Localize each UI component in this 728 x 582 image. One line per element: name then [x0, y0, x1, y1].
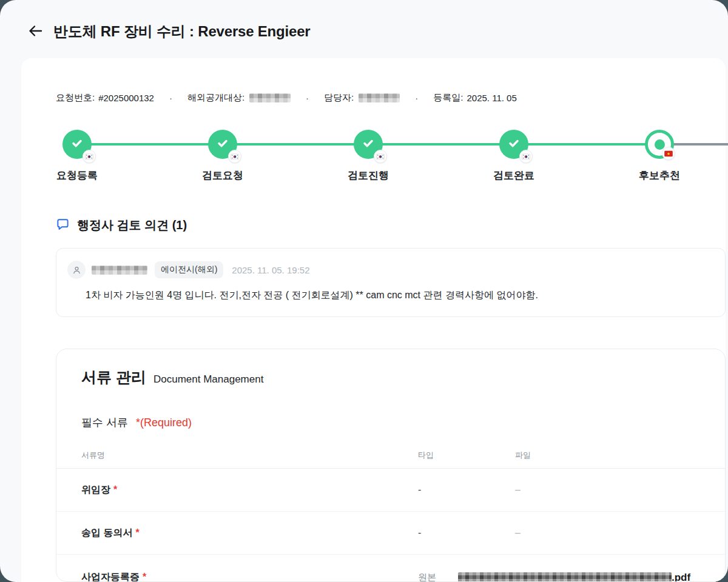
check-icon [215, 136, 230, 153]
document-card-title: 서류 관리 Document Management [56, 349, 725, 387]
doc-type: - [418, 484, 515, 495]
meta-separator: · [415, 93, 418, 103]
comments-section-header: 행정사 검토 의견 (1) [56, 217, 726, 233]
overseas-label: 해외공개대상: [187, 92, 244, 104]
table-header-row: 서류명 타입 파일 [56, 430, 725, 469]
required-label: 필수 서류 [81, 416, 128, 429]
app-screen: 반도체 RF 장비 수리 : Reverse Engieer 요청번호: #20… [0, 0, 728, 582]
doc-name: 사업자등록증 [81, 572, 140, 582]
step-review-requested: 검토요청 [180, 130, 265, 182]
manager-label: 담당자: [324, 92, 354, 104]
step-label: 후보추천 [617, 169, 702, 182]
file-name-masked [458, 572, 672, 582]
progress-stepper: 요청등록 검토요청 [21, 130, 726, 209]
step-review-in-progress: 검토진행 [326, 130, 411, 182]
file-extension: .pdf [672, 572, 690, 582]
comment-author-masked [92, 266, 147, 275]
manager-value-masked [359, 93, 400, 102]
step-circle-done [499, 130, 528, 159]
pdf-file-link[interactable]: .pdf [458, 572, 725, 582]
step-candidate-recommendation: 후보추천 [617, 130, 702, 182]
check-icon [361, 136, 376, 153]
request-meta-row: 요청번호: #2025000132 · 해외공개대상: · 담당자: · 등록일… [21, 58, 726, 104]
comment-timestamp: 2025. 11. 05. 19:52 [232, 265, 309, 275]
main-card: 요청번호: #2025000132 · 해외공개대상: · 담당자: · 등록일… [21, 58, 726, 582]
check-icon [507, 136, 521, 153]
doc-file: – [515, 484, 725, 495]
table-row: 위임장* - – [56, 469, 725, 512]
document-management-card: 서류 관리 Document Management 필수 서류 *(Requir… [56, 349, 726, 582]
comments-section-title: 행정사 검토 의견 (1) [77, 217, 187, 233]
document-title-en: Document Management [153, 373, 263, 386]
korea-flag-icon [83, 150, 96, 163]
step-review-complete: 검토완료 [471, 130, 556, 182]
comment-bubble-icon [56, 217, 70, 233]
reg-date-label: 등록일: [433, 92, 463, 104]
doc-name: 위임장 [81, 484, 110, 495]
step-label: 검토완료 [471, 169, 556, 182]
doc-file: – [515, 527, 725, 538]
step-label: 요청등록 [35, 169, 120, 182]
comment-header: 에이전시(해외) 2025. 11. 05. 19:52 [67, 261, 725, 279]
meta-separator: · [306, 93, 309, 103]
comment-card: 에이전시(해외) 2025. 11. 05. 19:52 1차 비자 가능인원 … [56, 248, 726, 317]
column-header-type: 타입 [418, 450, 515, 461]
step-circle-done [208, 130, 237, 159]
step-label: 검토진행 [326, 169, 411, 182]
doc-type: - [418, 527, 515, 538]
back-button[interactable] [27, 23, 44, 40]
comment-text: 1차 비자 가능인원 4명 입니다. 전기,전자 전공 ( 전기회로설계) **… [86, 289, 713, 302]
required-documents-heading: 필수 서류 *(Required) [56, 387, 725, 430]
required-star: * [135, 527, 139, 538]
step-request-registered: 요청등록 [35, 130, 120, 182]
document-title-ko: 서류 관리 [81, 367, 146, 387]
required-mark: *(Required) [136, 416, 192, 429]
request-no-value: #2025000132 [98, 93, 154, 103]
page-title: 반도체 RF 장비 수리 : Reverse Engieer [53, 22, 310, 41]
required-star: * [113, 484, 117, 495]
korea-flag-icon [374, 150, 387, 163]
step-circle-done [62, 130, 92, 159]
reg-date-value: 2025. 11. 05 [467, 93, 516, 103]
korea-flag-icon [228, 150, 241, 163]
red-flag-icon [662, 147, 675, 160]
column-header-doc-name: 서류명 [81, 450, 418, 461]
doc-name: 송입 동의서 [81, 527, 132, 538]
comment-role-badge: 에이전시(해외) [155, 261, 223, 278]
table-row: 사업자등록증* 원본 .pdf [56, 555, 725, 582]
arrow-left-icon [27, 23, 43, 41]
current-step-dot [655, 139, 665, 150]
korea-flag-icon [519, 150, 533, 163]
overseas-value-masked [249, 93, 291, 102]
step-circle-current [645, 130, 674, 159]
column-header-file: 파일 [515, 450, 725, 461]
meta-separator: · [169, 93, 172, 103]
required-star: * [143, 572, 146, 582]
page-header: 반도체 RF 장비 수리 : Reverse Engieer [0, 0, 728, 58]
step-circle-done [354, 130, 383, 159]
step-label: 검토요청 [180, 169, 265, 182]
check-icon [70, 136, 84, 153]
avatar [67, 261, 86, 279]
request-no-label: 요청번호: [56, 92, 95, 104]
table-row: 송입 동의서* - – [56, 512, 725, 555]
